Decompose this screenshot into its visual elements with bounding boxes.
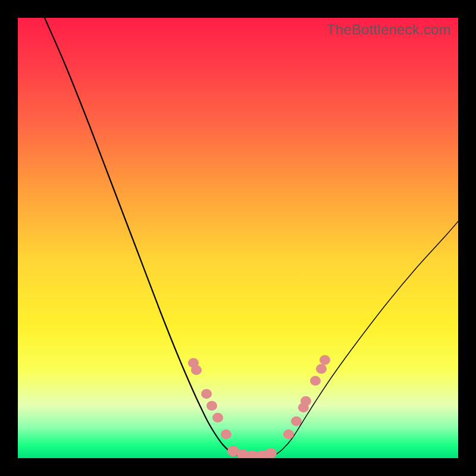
bead-left-3 [206, 401, 217, 411]
bead-floor-4 [265, 448, 277, 458]
bead-right-6 [320, 355, 330, 365]
curve-right-arm [275, 221, 458, 455]
chart-frame: TheBottleneck.com [0, 0, 476, 476]
bead-left-4 [212, 413, 223, 423]
bead-right-0 [283, 430, 294, 440]
bead-left-1 [191, 365, 202, 375]
beads-group [188, 355, 330, 458]
chart-svg [18, 18, 458, 458]
bead-right-1 [291, 416, 302, 427]
bead-right-4 [310, 376, 321, 386]
bead-left-5 [221, 430, 231, 440]
chart-plot-area: TheBottleneck.com [18, 18, 458, 458]
curve-group [45, 18, 458, 458]
bead-right-3 [300, 396, 311, 406]
bead-right-5 [316, 364, 327, 374]
bead-left-2 [201, 389, 212, 399]
